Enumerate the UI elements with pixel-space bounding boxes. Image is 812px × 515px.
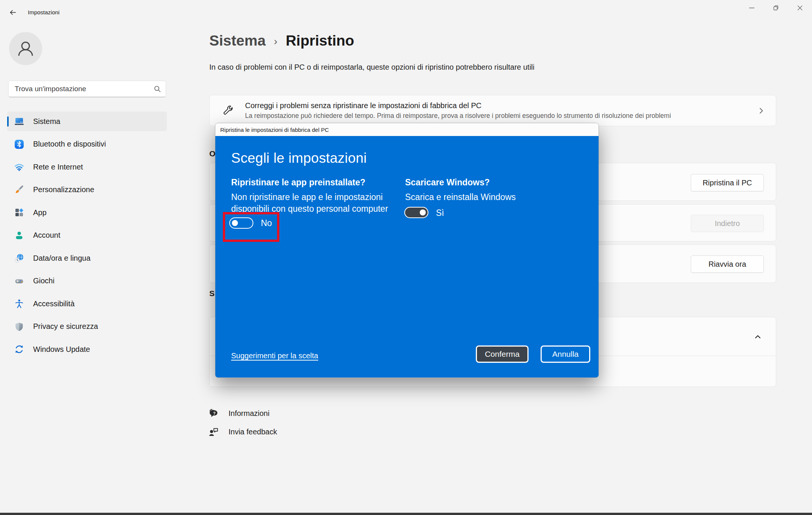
minimize-button[interactable]	[740, 0, 764, 16]
sidebar-item-sistema[interactable]: Sistema	[7, 112, 167, 131]
search-input[interactable]	[15, 85, 154, 93]
sidebar-nav: Sistema Bluetooth e dispositivi Rete e I…	[7, 112, 167, 362]
user-icon	[16, 39, 35, 58]
restart-now-button[interactable]: Riavvia ora	[691, 255, 764, 273]
red-highlight-box: No	[223, 212, 279, 242]
restore-button[interactable]	[764, 0, 788, 16]
sidebar-item-label: Personalizzazione	[33, 185, 94, 194]
sidebar-item-giochi[interactable]: Giochi	[7, 271, 167, 291]
sidebar-item-accessibilita[interactable]: Accessibilità	[7, 294, 167, 313]
sidebar-item-personalizzazione[interactable]: Personalizzazione	[7, 180, 167, 200]
sidebar-item-privacy[interactable]: Privacy e sicurezza	[7, 317, 167, 336]
info-link-label: Informazioni	[229, 409, 270, 418]
chevron-right-icon	[757, 107, 765, 115]
info-link[interactable]: ? Informazioni	[208, 408, 270, 419]
restore-icon	[773, 5, 779, 11]
window-controls	[740, 0, 812, 16]
chevron-up-icon[interactable]	[754, 333, 762, 341]
sidebar-item-rete[interactable]: Rete e Internet	[7, 157, 167, 177]
games-icon	[14, 276, 24, 286]
download-windows-toggle[interactable]	[404, 207, 428, 218]
sidebar-item-label: Rete e Internet	[33, 163, 83, 171]
svg-text:?: ?	[213, 411, 216, 416]
dialog-titlebar: Ripristina le impostazioni di fabbrica d…	[215, 123, 599, 136]
section-recovery-options-fragment: O	[209, 149, 215, 158]
back-button[interactable]	[7, 6, 19, 18]
fix-card-title: Correggi i problemi senza ripristinare l…	[245, 101, 757, 110]
sidebar-item-label: Giochi	[33, 277, 55, 285]
choice-hints-link[interactable]: Suggerimenti per la scelta	[231, 351, 318, 360]
privacy-icon	[14, 322, 24, 332]
breadcrumb: Sistema › Ripristino	[209, 32, 354, 49]
account-icon	[14, 231, 24, 240]
sidebar-item-label: App	[33, 208, 47, 217]
page-title: Ripristino	[286, 32, 354, 49]
minimize-icon	[749, 5, 755, 11]
download-windows-toggle-label: Sì	[436, 207, 444, 219]
help-bubble-icon: ?	[208, 408, 219, 419]
accessibility-icon	[14, 299, 24, 309]
toggle-knob	[232, 220, 238, 226]
bluetooth-icon	[14, 139, 24, 149]
search-box	[8, 81, 166, 97]
settings-window: Impostazioni Sistema	[0, 0, 812, 515]
sidebar-item-label: Privacy e sicurezza	[33, 322, 98, 331]
section-support-fragment: S	[209, 289, 215, 298]
sidebar-item-windows-update[interactable]: Windows Update	[7, 339, 167, 359]
sidebar-item-bluetooth[interactable]: Bluetooth e dispositivi	[7, 134, 167, 154]
toggle-knob	[420, 209, 426, 215]
download-windows-description: Scarica e reinstalla Windows	[405, 191, 516, 203]
close-icon	[797, 5, 803, 11]
avatar	[9, 32, 42, 65]
restore-apps-toggle-label: No	[261, 217, 272, 229]
breadcrumb-parent[interactable]: Sistema	[209, 32, 266, 49]
restore-apps-description: Non ripristinare le app e le impostazion…	[231, 191, 404, 215]
reset-pc-button[interactable]: Ripristina il PC	[691, 174, 764, 191]
confirm-button[interactable]: Conferma	[476, 345, 529, 363]
sidebar-item-label: Accessibilità	[33, 300, 75, 308]
feedback-link[interactable]: Invia feedback	[208, 426, 277, 437]
network-icon	[14, 162, 24, 172]
sidebar-item-label: Windows Update	[33, 345, 90, 354]
restore-apps-toggle[interactable]	[229, 217, 253, 229]
titlebar: Impostazioni	[0, 0, 812, 17]
back-arrow-icon	[9, 8, 17, 17]
search-icon	[154, 85, 161, 93]
restore-apps-question: Ripristinare le app preinstallate?	[231, 177, 366, 188]
sidebar-item-label: Bluetooth e dispositivi	[33, 140, 106, 148]
reset-pc-dialog: Ripristina le impostazioni di fabbrica d…	[215, 123, 599, 378]
sidebar-item-account[interactable]: Account	[7, 226, 167, 245]
feedback-icon	[208, 426, 219, 437]
sidebar-item-app[interactable]: App	[7, 203, 167, 222]
datetime-icon	[14, 253, 24, 263]
go-back-button[interactable]: Indietro	[691, 215, 764, 232]
taskbar-edge	[0, 513, 812, 515]
sidebar-item-data-ora[interactable]: Data/ora e lingua	[7, 248, 167, 268]
update-icon	[14, 344, 24, 354]
fix-problems-card[interactable]: Correggi i problemi senza ripristinare l…	[209, 95, 776, 126]
fix-card-description: La reimpostazione può richiedere del tem…	[245, 112, 757, 120]
sidebar-item-label: Sistema	[33, 117, 60, 126]
app-title: Impostazioni	[28, 9, 59, 15]
page-subtitle: In caso di problemi con il PC o di reimp…	[209, 63, 535, 72]
apps-icon	[14, 208, 24, 217]
download-windows-question: Scaricare Windows?	[405, 177, 490, 188]
sidebar-item-label: Data/ora e lingua	[33, 254, 90, 263]
breadcrumb-separator-icon: ›	[274, 35, 277, 47]
dialog-body: Scegli le impostazioni Ripristinare le a…	[215, 136, 599, 378]
feedback-link-label: Invia feedback	[229, 428, 277, 436]
dialog-heading: Scegli le impostazioni	[231, 150, 367, 166]
system-icon	[14, 116, 24, 126]
close-button[interactable]	[788, 0, 812, 16]
sidebar-item-label: Account	[33, 231, 60, 240]
wrench-icon	[222, 105, 234, 116]
cancel-button[interactable]: Annulla	[541, 345, 590, 363]
personalization-icon	[14, 185, 24, 195]
